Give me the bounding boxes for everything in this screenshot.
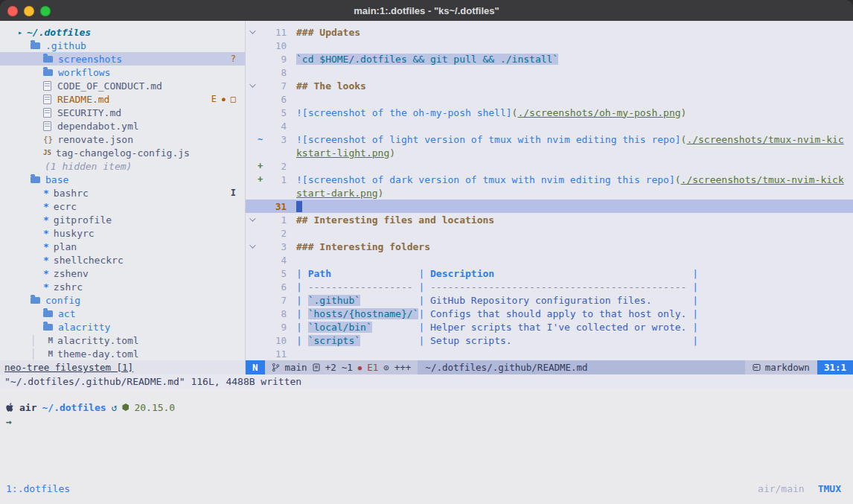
line-text: | `scripts` | Setup scripts. | [296,335,698,346]
editor-line[interactable]: 11### Updates [246,25,853,39]
line-text: start-dark.png) [296,188,383,199]
tree-item[interactable]: SECURITY.md [0,106,245,119]
tree-item[interactable]: ▸~/.dotfiles [0,25,245,39]
tree-item-label: zshrc [54,281,83,293]
tree-item-label: alacritty [58,322,110,333]
line-number: 10 [267,335,287,346]
editor-line[interactable]: 2 [246,226,853,240]
neo-tree-sidebar: ▸~/.dotfiles.githubscreenshots?workflows… [0,21,246,360]
editor-line[interactable]: 9`cd $HOME/.dotfiles && git pull && ./in… [246,52,853,66]
editor-line[interactable]: 4 [246,253,853,267]
editor-line[interactable]: 4 [246,119,853,133]
tree-item[interactable]: │ Mtheme-day.toml [0,347,245,360]
tree-item[interactable]: dependabot.yml [0,119,245,133]
tree-item[interactable]: base [0,173,245,186]
tree-item[interactable]: config [0,293,245,307]
terminal-window: main:1:.dotfiles - "ks~/.dotfiles" ▸~/.d… [0,0,853,504]
tree-item-label: huskyrc [54,228,95,239]
tmux-window-tab[interactable]: 1:.dotfiles [6,483,70,494]
editor-line[interactable]: 8 [246,66,853,79]
tree-item[interactable]: *zshenv [0,267,245,280]
editor-line[interactable]: 5![screenshot of the oh-my-posh shell](.… [246,106,853,119]
line-number: 1 [267,174,287,185]
editor-line[interactable]: 7| `.github` | GitHub Repository configu… [246,293,853,307]
cmdline-message: "~/.dotfiles/.github/README.md" 116L, 44… [0,374,853,389]
fold-open-icon [249,242,255,248]
document-icon [43,95,51,104]
line-text: | `hosts/{hostname}/`| Configs that shou… [296,308,698,319]
editor-line[interactable]: 8| `hosts/{hostname}/`| Configs that sho… [246,307,853,320]
tree-item[interactable]: *huskyrc [0,226,245,240]
close-button[interactable] [7,6,18,16]
tree-item-label: renovate.json [57,134,133,145]
folder-icon [31,42,40,49]
tree-item[interactable]: (1 hidden item) [0,159,245,173]
git-sign-column: + [258,174,267,185]
tree-item[interactable]: {}renovate.json [0,133,245,146]
line-number: 31 [267,201,287,212]
statusline: N main +2 ~1 ● E1 ⊙ +++ ~/.dotfiles/.git… [246,360,853,374]
editor-line[interactable]: 1## Interesting files and locations [246,213,853,226]
editor-line[interactable]: +2 [246,159,853,173]
tree-item-label: tag-changelog-config.js [56,147,190,159]
editor-line[interactable]: +1![screenshot of dark version of tmux w… [246,173,853,186]
tree-item[interactable]: │ Malacritty.toml [0,334,245,347]
prompt-hostname: air [19,402,36,413]
tree-item[interactable]: .github [0,39,245,52]
git-sign-column: ~ [258,134,267,144]
tree-item-label: config [45,295,80,306]
zoom-button[interactable] [40,6,51,16]
line-number: 6 [267,281,287,293]
tree-item[interactable]: *gitprofile [0,213,245,226]
tree-item-label: (1 hidden item) [45,161,132,172]
editor-line[interactable]: 3### Interesting folders [246,240,853,253]
tree-item[interactable]: *bashrcI [0,186,245,200]
line-number: 1 [267,214,287,226]
editor-line[interactable]: start-dark.png) [246,186,853,200]
editor-line[interactable]: 11 [246,347,853,360]
editor-line[interactable]: kstart-light.png) [246,146,853,159]
editor-line[interactable]: 7## The looks [246,79,853,92]
config-file-icon: * [43,268,49,279]
line-text: | Path | Description | [296,268,698,279]
line-number: 3 [267,241,287,252]
editor-line[interactable]: 5| Path | Description | [246,267,853,280]
line-text: | `.github` | GitHub Repository configur… [296,295,698,306]
folder-icon [43,310,53,317]
line-number: 8 [267,308,287,319]
editor-line[interactable]: 31 [246,200,853,213]
tree-item-label: workflows [58,67,110,78]
line-text: ![screenshot of the oh-my-posh shell](./… [296,107,686,118]
tree-item-label: bashrc [54,188,89,199]
tree-item[interactable]: *plan [0,240,245,253]
tree-item[interactable]: *ecrc [0,200,245,213]
line-number: 9 [267,54,287,65]
shell-area[interactable]: air ~/.dotfiles ↺ 20.15.0 → 1:.dotfiles … [0,389,853,504]
tree-item[interactable]: README.mdE●□ [0,92,245,106]
tree-item[interactable]: *zshrc [0,280,245,293]
titlebar: main:1:.dotfiles - "ks~/.dotfiles" [0,0,853,21]
prompt-input-arrow[interactable]: → [6,416,846,430]
tree-item[interactable]: screenshots? [0,52,245,66]
misc-icon: ⊙ [383,362,389,373]
tree-item[interactable]: *shellcheckrc [0,253,245,267]
editor-line[interactable]: 10 [246,39,853,52]
fold-open-icon [249,215,255,221]
tree-item[interactable]: workflows [0,66,245,79]
tree-item-label: shellcheckrc [54,255,124,266]
editor-line[interactable]: 6 [246,92,853,106]
tree-item[interactable]: CODE_OF_CONDUCT.md [0,79,245,92]
editor-line[interactable]: 9| `local/bin` | Helper scripts that I'v… [246,320,853,334]
line-text: kstart-light.png) [296,147,395,159]
editor-line[interactable]: 6| ------------------ | ----------------… [246,280,853,293]
editor-line[interactable]: 10| `scripts` | Setup scripts. | [246,334,853,347]
editor-line[interactable]: ~3![screenshot of light version of tmux … [246,133,853,146]
line-number: 11 [267,348,287,360]
json-icon: {} [43,135,53,144]
tree-item-label: gitprofile [54,214,112,226]
tree-item[interactable]: alacritty [0,320,245,334]
tree-item[interactable]: act [0,307,245,320]
traffic-lights [7,6,51,16]
tree-item[interactable]: JStag-changelog-config.js [0,146,245,159]
minimize-button[interactable] [24,6,34,16]
